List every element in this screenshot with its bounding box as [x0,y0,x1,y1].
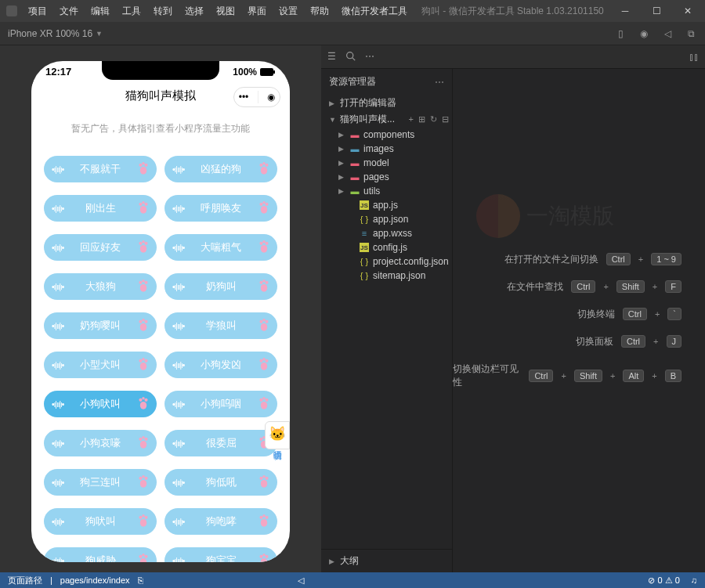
send-icon[interactable]: ◁ [298,575,304,586]
collapse-icon[interactable]: ⊟ [442,114,449,124]
copy-icon[interactable]: ⎘ [138,575,143,585]
menu-选择[interactable]: 选择 [179,4,210,18]
layout-icon[interactable]: ⫿⫿ [689,52,699,63]
menu-工具[interactable]: 工具 [116,4,147,18]
svg-point-55 [259,399,262,402]
menu-bar: 项目文件编辑工具转到选择视图界面设置帮助微信开发者工具 狗叫 - 微信开发者工具… [6,5,604,18]
error-count[interactable]: ⊘ 0 ⚠ 0 [648,575,679,586]
menu-设置[interactable]: 设置 [273,4,304,18]
svg-point-75 [139,516,142,519]
sound-button[interactable]: •ı|ıı|ı•狗低吼 [164,469,277,496]
watermark: 一淘模版 [476,194,614,238]
device-icon[interactable]: ▯ [614,27,627,40]
editor-toolbar: ☰ ⋯ ⫿⫿ [321,45,705,69]
device-label[interactable]: iPhone XR 100% 16 [8,28,92,39]
share-icon[interactable]: ◁ [661,27,674,40]
file-config.js[interactable]: JSconfig.js [321,240,452,254]
svg-point-33 [262,280,266,283]
svg-point-86 [261,558,267,562]
window-controls: ─ ☐ ✕ [614,3,699,19]
welcome-pane: 一淘模版 在打开的文件之间切换Ctrl+1 ~ 9在文件中查找Ctrl+Shif… [453,69,705,572]
close-button[interactable]: ✕ [677,3,699,19]
sound-button[interactable]: •ı|ıı|ı•学狼叫 [164,312,277,339]
sound-button[interactable]: •ı|ıı|ı•狗吠叫 [44,508,157,535]
target-icon[interactable]: ◉ [267,92,275,103]
svg-point-7 [259,164,262,167]
sound-button[interactable]: •ı|ıı|ı•小型犬叫 [44,352,157,378]
sound-button[interactable]: •ı|ıı|ı•小狗吠叫 [44,391,157,417]
simulator-panel: 12:17 100% 猫狗叫声模拟 ••• ◉ 暂无广告，具体指引查看小程序流量… [0,45,321,572]
chevron-down-icon[interactable]: ▼ [96,30,103,38]
menu-界面[interactable]: 界面 [241,4,273,18]
search-icon[interactable] [345,51,356,63]
project-root[interactable]: ▼ 猫狗叫声模... + ⊞ ↻ ⊟ [321,111,452,128]
bell-icon[interactable]: ♫ [691,575,697,585]
svg-point-80 [265,516,268,519]
menu-项目[interactable]: 项目 [22,4,53,18]
sound-button[interactable]: •ı|ıı|ı•小狗呜咽 [164,391,277,417]
page-title: 猫狗叫声模拟 [125,88,196,103]
more-icon[interactable]: ⋯ [365,51,374,63]
new-folder-icon[interactable]: ⊞ [418,114,425,124]
sound-button[interactable]: •ı|ıı|ı•呼朋唤友 [164,195,277,222]
sound-button[interactable]: •ı|ıı|ı•很委屈 [164,430,277,456]
file-app.wxss[interactable]: ≡app.wxss [321,226,452,240]
more-icon[interactable]: ⋯ [435,77,444,88]
svg-point-58 [140,441,146,449]
new-file-icon[interactable]: + [409,114,414,124]
outline-section[interactable]: ▶ 大纲 [321,549,452,572]
sound-button[interactable]: •ı|ıı|ı•凶猛的狗 [164,156,277,182]
svg-rect-1 [273,70,275,74]
minimize-button[interactable]: ─ [614,3,636,19]
cat-toggle[interactable]: 🐱 切换喵语 [265,421,290,449]
sound-button[interactable]: •ı|ıı|ı•大喘粗气 [164,234,277,261]
sound-button[interactable]: •ı|ıı|ı•狗三连叫 [44,469,157,496]
folder-images[interactable]: ▶▬images [321,142,452,156]
menu-编辑[interactable]: 编辑 [85,4,116,18]
sound-button[interactable]: •ı|ıı|ı•小狗发凶 [164,352,277,378]
file-app.js[interactable]: JSapp.js [321,198,452,212]
menu-文件[interactable]: 文件 [53,4,85,18]
more-icon[interactable]: ••• [239,92,249,103]
sound-button[interactable]: •ı|ıı|ı•奶狗叫 [164,273,277,300]
sound-button[interactable]: •ı|ıı|ı•狗咆哮 [164,508,277,535]
page-path[interactable]: pages/index/index [60,575,130,585]
sound-button[interactable]: •ı|ıı|ı•不服就干 [44,156,157,182]
popout-icon[interactable]: ⧉ [685,27,697,40]
file-project.config.json[interactable]: { }project.config.json [321,254,452,269]
phone-notch [102,61,219,80]
svg-point-73 [262,475,266,478]
refresh-icon[interactable]: ↻ [430,114,437,124]
svg-point-38 [261,323,267,331]
menu-转到[interactable]: 转到 [147,4,179,18]
svg-point-61 [142,436,145,439]
svg-point-5 [142,162,145,165]
sound-button[interactable]: •ı|ıı|ı•狗宝宝 [164,547,277,562]
svg-point-60 [144,438,147,441]
sound-button[interactable]: •ı|ıı|ı•奶狗嘤叫 [44,312,157,339]
file-sitemap.json[interactable]: { }sitemap.json [321,269,452,283]
menu-微信开发者工具[interactable]: 微信开发者工具 [335,4,414,18]
open-editors-section[interactable]: ▶ 打开的编辑器 [321,95,452,111]
menu-视图[interactable]: 视图 [210,4,241,18]
folder-pages[interactable]: ▶▬pages [321,170,452,184]
capsule-menu[interactable]: ••• ◉ [233,87,280,107]
folder-utils[interactable]: ▶▬utils [321,184,452,198]
svg-point-4 [144,164,147,167]
svg-point-21 [142,240,145,243]
file-app.json[interactable]: { }app.json [321,212,452,226]
svg-point-70 [261,480,267,488]
folder-components[interactable]: ▶▬components [321,128,452,142]
sound-button[interactable]: •ı|ıı|ı•刚出生 [44,195,157,222]
folder-model[interactable]: ▶▬model [321,156,452,170]
sound-button[interactable]: •ı|ıı|ı•回应好友 [44,234,157,261]
record-icon[interactable]: ◉ [638,27,650,40]
maximize-button[interactable]: ☐ [645,3,667,19]
explorer-title: 资源管理器 [329,75,376,88]
sound-button[interactable]: •ı|ıı|ı•大狼狗 [44,273,157,300]
svg-point-56 [265,399,268,402]
sound-button[interactable]: •ı|ıı|ı•小狗哀嚎 [44,430,157,456]
sound-button[interactable]: •ı|ıı|ı•狗威胁 [44,547,157,562]
list-icon[interactable]: ☰ [327,51,336,63]
menu-帮助[interactable]: 帮助 [304,4,335,18]
